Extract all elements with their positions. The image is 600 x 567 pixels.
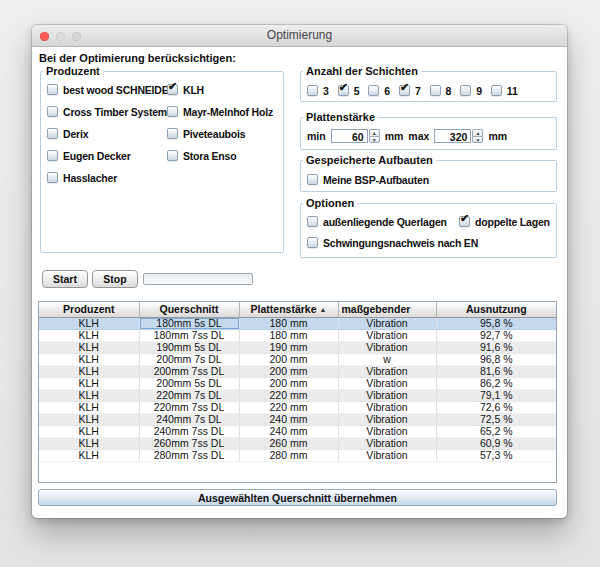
cell-querschnitt[interactable]: 280mm 7ss DL [139,449,239,461]
checkbox-eugen-decker[interactable] [47,150,58,161]
column-header-ausnutzung[interactable]: Ausnutzung [436,302,556,317]
checkbox-derix[interactable] [47,128,58,139]
cell-produzent[interactable]: KLH [39,449,139,461]
cell-ma-gebender[interactable]: Vibration [338,401,436,413]
column-header-ma-gebender[interactable]: maßgebender [338,302,436,317]
cell-ausnutzung[interactable]: 81,6 % [436,365,556,377]
max-spinner-down-icon[interactable]: ▼ [472,136,483,143]
cell-plattenst-rke[interactable]: 180 mm [239,329,338,341]
checkbox-mayr-melnhof-holz[interactable] [167,106,178,117]
stop-button[interactable]: Stop [92,270,138,288]
checkbox-6[interactable] [368,85,379,96]
checkbox-8[interactable] [430,85,441,96]
checkbox-klh[interactable]: ✔ [167,84,178,95]
cell-querschnitt[interactable]: 180mm 5s DL [139,317,239,329]
checkbox-best-wood-schneider[interactable] [47,84,58,95]
cell-querschnitt[interactable]: 180mm 7ss DL [139,329,239,341]
column-header-plattenst-rke[interactable]: Plattenstärke▲ [239,302,338,317]
checkbox-11[interactable] [491,85,502,96]
cell-querschnitt[interactable]: 200mm 7ss DL [139,365,239,377]
min-spinner-field[interactable]: 60 [331,129,368,143]
cell-ausnutzung[interactable]: 95,8 % [436,317,556,329]
minimize-icon[interactable] [56,32,65,41]
cell-plattenst-rke[interactable]: 180 mm [239,317,338,329]
cell-plattenst-rke[interactable]: 240 mm [239,413,338,425]
max-spinner-field[interactable]: 320 [434,129,471,143]
table-row-7[interactable]: KLH220mm 7s DL220 mmVibration79,1 % [39,389,556,401]
cell-plattenst-rke[interactable]: 260 mm [239,437,338,449]
cell-ma-gebender[interactable]: Vibration [338,413,436,425]
table-row-4[interactable]: KLH200mm 7s DL200 mmw96,8 % [39,353,556,365]
cell-querschnitt[interactable]: 240mm 7s DL [139,413,239,425]
checkbox-7[interactable]: ✔ [399,85,410,96]
cell-ausnutzung[interactable]: 96,8 % [436,353,556,365]
cell-ma-gebender[interactable]: Vibration [338,389,436,401]
cell-ausnutzung[interactable]: 79,1 % [436,389,556,401]
table-row-12[interactable]: KLH280mm 7ss DL280 mmVibration57,3 % [39,449,556,461]
table-row-1[interactable]: KLH180mm 5s DL180 mmVibration95,8 % [39,317,556,329]
checkbox-9[interactable] [460,85,471,96]
cell-produzent[interactable]: KLH [39,377,139,389]
column-header-produzent[interactable]: Produzent [39,302,139,317]
checkbox-cross-timber-systems[interactable] [47,106,58,117]
max-spinner-up-icon[interactable]: ▲ [472,129,483,136]
checkbox-piveteaubois[interactable] [167,128,178,139]
cell-querschnitt[interactable]: 220mm 7ss DL [139,401,239,413]
cell-ma-gebender[interactable]: Vibration [338,425,436,437]
cell-plattenst-rke[interactable]: 240 mm [239,425,338,437]
table-row-3[interactable]: KLH190mm 5s DL190 mmVibration91,6 % [39,341,556,353]
cell-plattenst-rke[interactable]: 190 mm [239,341,338,353]
checkbox-stora-enso[interactable] [167,150,178,161]
apply-button[interactable]: Ausgewählten Querschnitt übernehmen [38,489,557,506]
title-bar[interactable]: Optimierung [32,25,567,47]
cell-ausnutzung[interactable]: 91,6 % [436,341,556,353]
cell-ausnutzung[interactable]: 60,9 % [436,437,556,449]
cell-produzent[interactable]: KLH [39,437,139,449]
table-row-11[interactable]: KLH260mm 7ss DL260 mmVibration60,9 % [39,437,556,449]
table-row-8[interactable]: KLH220mm 7ss DL220 mmVibration72,6 % [39,401,556,413]
checkbox-5[interactable]: ✔ [338,85,349,96]
cell-produzent[interactable]: KLH [39,401,139,413]
cell-plattenst-rke[interactable]: 220 mm [239,389,338,401]
cell-produzent[interactable]: KLH [39,329,139,341]
cell-plattenst-rke[interactable]: 200 mm [239,365,338,377]
cell-produzent[interactable]: KLH [39,317,139,329]
cell-ma-gebender[interactable]: Vibration [338,437,436,449]
table-row-6[interactable]: KLH200mm 5s DL200 mmVibration86,2 % [39,377,556,389]
table-row-9[interactable]: KLH240mm 7s DL240 mmVibration72,5 % [39,413,556,425]
column-header-querschnitt[interactable]: Querschnitt [139,302,239,317]
checkbox-hasslacher[interactable] [47,172,58,183]
checkbox-3[interactable] [307,85,318,96]
cell-plattenst-rke[interactable]: 200 mm [239,377,338,389]
zoom-icon[interactable] [72,32,81,41]
results-table-container[interactable]: ProduzentQuerschnittPlattenstärke▲maßgeb… [38,301,557,483]
cell-ausnutzung[interactable]: 65,2 % [436,425,556,437]
cell-querschnitt[interactable]: 220mm 7s DL [139,389,239,401]
cell-querschnitt[interactable]: 260mm 7ss DL [139,437,239,449]
checkbox-au-enliegende-querlagen[interactable] [307,216,318,227]
table-row-5[interactable]: KLH200mm 7ss DL200 mmVibration81,6 % [39,365,556,377]
cell-querschnitt[interactable]: 190mm 5s DL [139,341,239,353]
cell-produzent[interactable]: KLH [39,341,139,353]
min-spinner-up-icon[interactable]: ▲ [369,129,380,136]
cell-ausnutzung[interactable]: 92,7 % [436,329,556,341]
cell-ma-gebender[interactable]: Vibration [338,449,436,461]
start-button[interactable]: Start [42,270,88,288]
cell-plattenst-rke[interactable]: 280 mm [239,449,338,461]
checkbox-schwingungsnachweis-nach-en[interactable] [307,237,318,248]
cell-ma-gebender[interactable]: w [338,353,436,365]
cell-ausnutzung[interactable]: 72,6 % [436,401,556,413]
close-icon[interactable] [40,32,49,41]
cell-ma-gebender[interactable]: Vibration [338,317,436,329]
cell-produzent[interactable]: KLH [39,353,139,365]
cell-ma-gebender[interactable]: Vibration [338,377,436,389]
cell-produzent[interactable]: KLH [39,389,139,401]
checkbox-doppelte-lagen[interactable]: ✔ [459,216,470,227]
cell-plattenst-rke[interactable]: 200 mm [239,353,338,365]
cell-produzent[interactable]: KLH [39,413,139,425]
cell-ma-gebender[interactable]: Vibration [338,365,436,377]
cell-ausnutzung[interactable]: 86,2 % [436,377,556,389]
cell-ma-gebender[interactable]: Vibration [338,341,436,353]
table-row-10[interactable]: KLH240mm 7ss DL240 mmVibration65,2 % [39,425,556,437]
min-spinner-down-icon[interactable]: ▼ [369,136,380,143]
